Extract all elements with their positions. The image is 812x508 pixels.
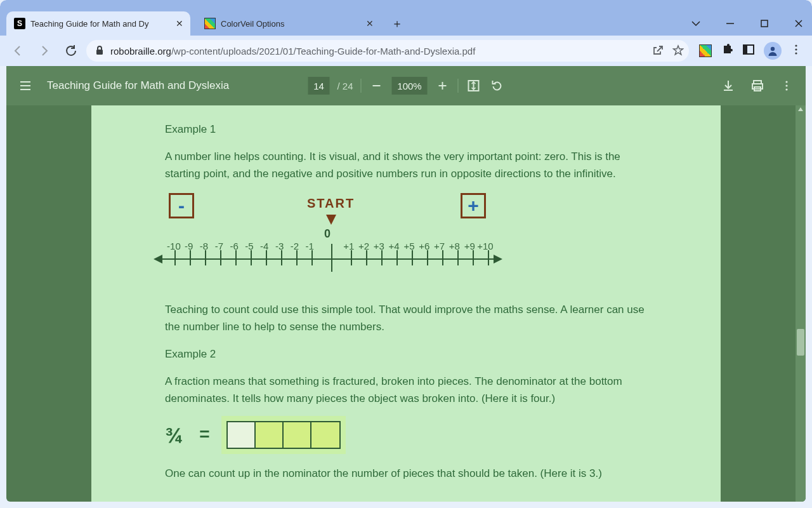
new-tab-button[interactable]: ＋ [387,13,407,34]
svg-point-24 [785,84,787,86]
window-titlebar [0,0,812,9]
arrow-down-icon [326,215,336,225]
example2-para1: A fraction means that something is fract… [165,373,647,407]
pdf-toolbar: Teaching Guide for Math and Dyslexia / 2… [6,66,806,105]
document-area[interactable]: Example 1 A number line helps counting. … [6,105,806,502]
number-line-figure: - + START 0 -10 -9 -8 -7 -6 -5 -4 -3 -2 [162,193,647,295]
tick-label: -1 [302,239,317,254]
vertical-scrollbar[interactable] [796,105,806,502]
window-close-button[interactable] [789,14,808,33]
svg-rect-6 [743,45,747,54]
window-controls [686,14,808,33]
tab-close-button[interactable]: ✕ [364,18,376,29]
tick-label: -2 [287,239,303,254]
start-label: START [307,193,355,225]
tick-label: -10 [166,239,181,254]
tick-label: +7 [432,239,447,254]
svg-rect-4 [96,50,103,55]
scroll-up-arrow-icon[interactable] [798,107,803,111]
tick-label: +2 [357,239,372,254]
pdf-title: Teaching Guide for Math and Dyslexia [47,79,229,92]
zoom-in-button[interactable] [435,78,450,93]
nav-reload-button[interactable] [60,39,82,62]
profile-avatar[interactable] [764,42,782,60]
svg-point-10 [795,52,797,54]
tick-label: -5 [242,239,257,254]
omnibox[interactable]: robobraille.org/wp-content/uploads/2021/… [86,40,689,62]
pdf-page-input[interactable] [308,77,329,95]
bookmark-star-icon[interactable] [672,44,684,58]
print-icon[interactable] [750,78,765,93]
tick-label: +1 [341,239,357,254]
download-icon[interactable] [721,78,736,93]
example1-para1: A number line helps counting. It is visu… [165,148,647,182]
tick-label: +9 [462,239,477,254]
svg-point-7 [771,47,775,51]
tick-label: +6 [417,239,432,254]
label-gap [317,239,341,254]
fit-page-icon[interactable] [466,78,481,93]
fraction-figure: ¾ = [165,418,647,452]
address-bar: robobraille.org/wp-content/uploads/2021/… [0,36,812,66]
extensions-puzzle-icon[interactable] [721,43,733,58]
share-icon[interactable] [652,44,664,58]
tick-label: -7 [211,239,226,254]
tick-label: +10 [477,239,492,254]
rotate-icon[interactable] [489,78,504,93]
tick-label: -8 [197,239,212,254]
window-minimize-button[interactable] [721,14,740,33]
fraction-symbol: ¾ [165,418,183,452]
pdf-more-icon[interactable] [779,78,794,93]
colorveil-ext-icon[interactable] [699,44,712,57]
tab-title: Teaching Guide for Math and Dy [30,19,174,29]
example1-heading: Example 1 [165,121,647,138]
nav-forward-button[interactable] [33,39,56,62]
tick-label: +4 [386,239,402,254]
pdf-viewer: Teaching Guide for Math and Dyslexia / 2… [6,66,806,502]
zoom-out-button[interactable] [369,78,384,93]
nav-back-button[interactable] [6,39,29,62]
svg-point-25 [785,88,787,90]
tick-label: +3 [371,239,386,254]
plus-box-icon: + [461,193,486,218]
pdf-page: Example 1 A number line helps counting. … [91,105,721,502]
browser-tab-inactive[interactable]: ColorVeil Options ✕ [197,11,381,36]
pdf-toolbar-right [721,78,794,93]
fraction-cell-filled [311,422,339,448]
window-maximize-button[interactable] [755,14,774,33]
sidepanel-icon[interactable] [742,43,755,58]
tab-close-button[interactable]: ✕ [174,18,185,29]
fraction-cell-filled [284,422,311,448]
caret-down-icon[interactable] [686,14,705,33]
tick-label: -3 [272,239,287,254]
tick-label: +8 [447,239,462,254]
tick-label: -4 [257,239,272,254]
svg-point-9 [795,48,797,50]
extension-icons [693,42,806,60]
example2-para2: One can count up in the nominator the nu… [165,465,647,482]
start-text: START [307,196,355,210]
divider [361,79,362,93]
svg-point-23 [785,81,787,83]
svg-rect-1 [761,20,768,27]
lock-icon [95,45,104,57]
browser-tab-active[interactable]: S Teaching Guide for Math and Dy ✕ [6,11,190,36]
chrome-menu-icon[interactable] [790,44,802,58]
pdf-page-total: / 24 [337,81,353,91]
url-path: /wp-content/uploads/2021/01/Teaching-Gui… [171,46,475,57]
tick-label: +5 [402,239,417,254]
tick-label: -9 [181,239,197,254]
pdf-menu-icon[interactable] [18,78,33,93]
favicon-s-icon: S [14,18,25,29]
svg-point-8 [795,44,797,46]
equals-sign: = [199,420,209,449]
axis-line [160,258,496,260]
tick-label: -6 [226,239,242,254]
tab-title: ColorVeil Options [221,19,364,29]
divider [458,79,459,93]
pdf-toolbar-center: / 24 [308,77,504,95]
scrollbar-thumb[interactable] [797,329,804,356]
url-text: robobraille.org/wp-content/uploads/2021/… [110,46,646,57]
favicon-colorveil-icon [204,18,216,29]
pdf-zoom-input[interactable] [392,77,428,95]
